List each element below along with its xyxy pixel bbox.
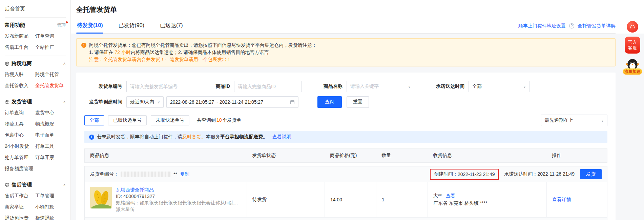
collapse-icon[interactable]: ∧ xyxy=(63,100,66,104)
chevron-down-icon: ∨ xyxy=(601,119,604,122)
section-title-common: 常用功能 xyxy=(5,22,25,28)
sidebar-item[interactable]: 发货中心 xyxy=(35,109,66,116)
sort-select[interactable]: 最先逾期在上 ∨ xyxy=(541,115,607,126)
warning-icon: ! xyxy=(81,43,86,48)
sidebar-item[interactable]: 发布新商品 xyxy=(5,33,35,39)
help-icon[interactable]: ? xyxy=(569,23,574,28)
sidebar-item[interactable]: 24小时发货 xyxy=(5,143,35,149)
sidebar-item[interactable]: 电子面单 xyxy=(35,132,66,138)
manage-link[interactable]: 管理 xyxy=(57,22,66,28)
order-footer-row: 已取快递单号：顺丰快递 7 复制 已取快递单号，顺丰将自动上门揽件，请及时备货。… xyxy=(85,217,607,220)
sidebar-item[interactable]: 全站推广 xyxy=(35,44,66,51)
globe-icon xyxy=(5,61,9,66)
sidebar-item[interactable]: 物流工具 xyxy=(5,120,35,127)
sidebar-item[interactable]: 退货包运费 xyxy=(5,215,35,220)
sidebar-item[interactable]: 订单查询 xyxy=(5,109,35,116)
create-time-range-input[interactable] xyxy=(166,96,298,108)
ship-button[interactable]: 发货 xyxy=(580,169,602,179)
shipment-no-input[interactable] xyxy=(126,81,194,92)
tab-bar: 待发货(10) 已发货(90) 已送达(7) 顺丰上门揽件地址设置 ? 全托管发… xyxy=(76,19,616,34)
sidebar-item-active[interactable]: 全托管发货单 xyxy=(35,82,66,89)
customer-service-icon[interactable] xyxy=(627,21,638,33)
see-explanation-link[interactable]: 查看说明 xyxy=(272,134,291,140)
shipment-no-head-label: 发货单编号： xyxy=(90,171,119,177)
search-button[interactable]: 查询 xyxy=(317,96,342,108)
filter-pill-all[interactable]: 全部 xyxy=(84,115,104,125)
customer-service-button[interactable]: 官方客服 xyxy=(625,37,640,54)
tab-pending[interactable]: 待发货(10) xyxy=(76,19,103,33)
filter-row-2: 发货单创建时间 最近90天内 ∨ 查询 重置 xyxy=(84,96,607,108)
tab-shipped[interactable]: 已发货(90) xyxy=(118,19,145,33)
sidebar-item[interactable]: 包裹中心 xyxy=(5,132,35,138)
collapse-icon[interactable]: ∧ xyxy=(63,61,66,66)
notice-line2-em: 72 小时 xyxy=(115,49,130,55)
sidebar-item[interactable]: 小额打款 xyxy=(35,203,66,210)
sidebar-item[interactable]: 打单工具 xyxy=(35,143,66,149)
sidebar-item[interactable]: 跨境入驻 xyxy=(5,71,35,78)
sidebar-item[interactable]: 报备额度管理 xyxy=(5,165,35,172)
sidebar: 后台首页 常用功能 管理 发布新商品 订单查询 售后工作台 全站推广 跨境电商 … xyxy=(0,0,71,220)
product-image[interactable] xyxy=(90,187,112,208)
reset-button[interactable]: 重置 xyxy=(347,96,369,108)
calendar-icon xyxy=(290,100,295,104)
product-name-link[interactable]: 瓦塔西诺全托商品 xyxy=(116,187,241,193)
sidebar-item[interactable]: 跨境全托管 xyxy=(35,71,66,78)
copy-shipment-no-link[interactable]: 复制 xyxy=(180,171,189,177)
notice-line3: 注意：全托管发货单请勿合并发货！一笔发货单请用一个包裹发出！ xyxy=(81,56,610,63)
sidebar-item[interactable]: 订单开票 xyxy=(35,154,66,161)
notice-line2-suffix: 内将商品送达集运仓；2. 请确保商品本体使用销售目的地官方语言 xyxy=(131,49,269,55)
col-price: 商品价格(元) xyxy=(325,149,376,162)
package-icon xyxy=(5,100,9,104)
product-name-placeholder: 请输入关键字 xyxy=(350,83,379,89)
promise-time-select[interactable]: 全部 ∨ xyxy=(469,81,529,92)
sidebar-item[interactable]: 工单管理 xyxy=(35,192,66,199)
create-time-range-select[interactable]: 最近90天内 ∨ xyxy=(126,96,164,108)
receiver-cell: 大** 查看 广东省 东莞市 桥头镇 **** xyxy=(428,182,546,217)
filter-pill-with-tracking[interactable]: 已取快递单号 xyxy=(108,115,147,125)
promise-value: 2022-11-26 21:49 xyxy=(538,171,575,177)
pickup-address-link[interactable]: 顺丰上门揽件地址设置 xyxy=(518,23,566,29)
filter-pill-without-tracking[interactable]: 未取快递单号 xyxy=(151,115,189,125)
floating-widgets: 官方客服 流量加速 xyxy=(623,21,642,75)
sidebar-item[interactable]: 售后工作台 xyxy=(5,44,35,51)
product-id-label: 商品ID xyxy=(216,83,230,89)
col-actions: 操作 xyxy=(546,149,607,162)
filter-row-1: 发货单编号 商品ID 商品名称 请输入关键字 ∨ xyxy=(84,81,607,92)
main-area: 全托管发货单 待发货(10) 已发货(90) 已送达(7) 顺丰上门揽件地址设置… xyxy=(71,0,644,220)
chevron-down-icon: ∨ xyxy=(523,85,526,88)
info-icon: i xyxy=(89,135,94,140)
view-detail-link[interactable]: 查看详情 xyxy=(552,197,602,203)
traffic-boost-widget[interactable]: 流量加速 xyxy=(623,58,642,75)
sidebar-item[interactable]: 订单查询 xyxy=(35,33,66,39)
app-window: 后台首页 常用功能 管理 发布新商品 订单查询 售后工作台 全站推广 跨境电商 … xyxy=(0,0,644,220)
sidebar-item[interactable]: 处方单管理 xyxy=(5,154,35,161)
sidebar-item[interactable]: 商家举证 xyxy=(5,203,35,210)
collapse-icon[interactable]: ∧ xyxy=(63,183,66,187)
guide-link[interactable]: 全托管发货单详解 xyxy=(578,23,616,29)
view-receiver-link[interactable]: 查看 xyxy=(446,193,455,198)
sidebar-item[interactable]: 售后工作台 xyxy=(5,192,35,199)
sidebar-item-home[interactable]: 后台首页 xyxy=(5,0,66,18)
create-time-label: 发货单创建时间 xyxy=(84,99,122,105)
product-id: ID: 400004791327 xyxy=(116,193,241,200)
notice-line1: 跨境全托管发货单：您已有跨境全托管商品卖出，请您按照下面信息尽快发货至平台集运仓… xyxy=(89,42,317,49)
sidebar-item[interactable]: 极速退款 xyxy=(35,215,66,220)
shield-icon xyxy=(5,183,9,187)
sort-value: 最先逾期在上 xyxy=(545,117,573,123)
sidebar-item[interactable]: 全托管收入 xyxy=(5,82,35,89)
quantity-value: 1 xyxy=(382,197,422,202)
table-header: 商品信息 发货单状态 商品价格(元) 数量 收货信息 操作 xyxy=(84,148,607,163)
product-name-label: 商品名称 xyxy=(324,83,342,89)
result-prefix: 共查询到 xyxy=(197,117,216,123)
sidebar-item[interactable]: 物流概况 xyxy=(35,120,66,127)
tip-seg2: 本服务 xyxy=(206,134,220,139)
tab-delivered[interactable]: 已送达(7) xyxy=(159,19,184,33)
date-range-value[interactable] xyxy=(170,99,290,105)
page-header: 全托管发货单 待发货(10) 已发货(90) 已送达(7) 顺丰上门揽件地址设置… xyxy=(71,0,644,34)
col-shipment-status: 发货单状态 xyxy=(247,149,325,162)
sidebar-section-aftersale: 售后管理 ∧ 售后工作台 工单管理 商家举证 小额打款 退货包运费 极速退款 xyxy=(5,177,66,220)
sidebar-section-crossborder: 跨境电商 ∧ 跨境入驻 跨境全托管 全托管收入 全托管发货单 xyxy=(5,56,66,94)
product-id-input[interactable] xyxy=(234,81,302,92)
product-name-select[interactable]: 请输入关键字 ∨ xyxy=(347,81,414,92)
cross-border-notice: ! 跨境全托管发货单：您已有跨境全托管商品卖出，请您按照下面信息尽快发货至平台集… xyxy=(76,38,616,66)
